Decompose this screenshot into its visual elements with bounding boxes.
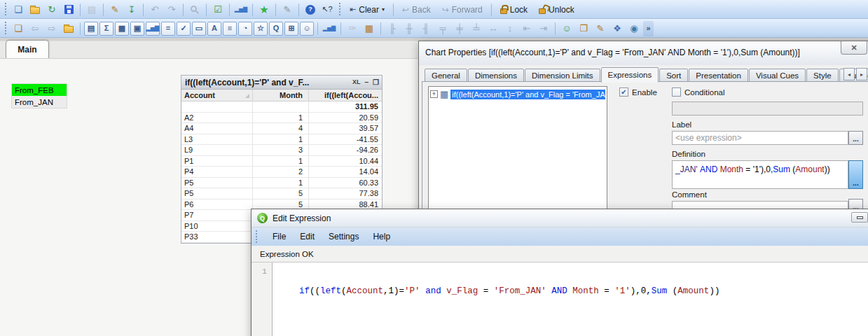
promote-sheet-button[interactable]: ⇦: [27, 21, 43, 36]
table-row[interactable]: P1 1 10.44: [181, 156, 382, 167]
add-bookmark-button[interactable]: ★: [256, 2, 272, 18]
create-slider-object-button[interactable]: ⊞: [284, 22, 298, 36]
close-button[interactable]: ✕: [841, 41, 867, 55]
menu-help[interactable]: Help: [366, 230, 397, 244]
tab-dimension-limits[interactable]: Dimension Limits: [525, 69, 600, 82]
tab-scroll-left-button[interactable]: ◂: [843, 68, 855, 80]
table-row[interactable]: L3 1 -41.55: [181, 134, 382, 146]
list-item[interactable]: From_FEB: [12, 84, 67, 96]
tab-visual-cues[interactable]: Visual Cues: [749, 69, 806, 82]
undo-button[interactable]: ↶: [147, 2, 163, 18]
design-grid-button[interactable]: ▦: [361, 21, 377, 36]
tab-style[interactable]: Style: [806, 69, 839, 82]
table-caption-bar[interactable]: if((left(Account,1)='P' and v_F... XL – …: [181, 76, 382, 90]
column-header-account[interactable]: Account: [181, 90, 253, 102]
definition-input[interactable]: _JAN' AND Month = '1'),0,Sum (Amount)): [672, 160, 848, 189]
send-to-excel-icon[interactable]: XL: [352, 79, 361, 85]
add-sheet-button[interactable]: ❏: [11, 21, 26, 36]
sheet-properties-button[interactable]: [61, 21, 76, 36]
create-listbox-button[interactable]: ▤: [84, 22, 98, 36]
menu-settings[interactable]: Settings: [322, 230, 366, 244]
sheet-tab-main[interactable]: Main: [6, 40, 49, 58]
chart-wizard-button[interactable]: ▂▅▇: [322, 21, 337, 36]
menu-file[interactable]: File: [266, 230, 293, 244]
expression-code-editor[interactable]: 1 if((left(Account,1)='P' and v_Flag = '…: [252, 262, 868, 336]
menu-edit[interactable]: Edit: [293, 230, 322, 244]
create-input-box-button[interactable]: ▣: [130, 22, 144, 36]
dialog-title-bar[interactable]: Q Edit Expression: [252, 209, 868, 227]
redo-button[interactable]: ↷: [164, 2, 179, 18]
tab-sort[interactable]: Sort: [659, 69, 688, 82]
context-help-button[interactable]: ↖?: [319, 2, 335, 18]
expression-list-item[interactable]: + ▦ if((left(Account,1)='P' and v_Flag =…: [429, 87, 607, 102]
align-top-button[interactable]: ╤: [435, 21, 450, 36]
table-row[interactable]: P4 2 14.04: [181, 167, 382, 178]
align-bottom-button[interactable]: ╧: [469, 21, 484, 36]
table-viewer-button[interactable]: ↧: [124, 2, 139, 18]
definition-ellipsis-button[interactable]: ...: [848, 160, 863, 189]
create-custom-object-button[interactable]: ☺: [300, 22, 314, 36]
create-gauge-button[interactable]: =: [161, 22, 175, 36]
enable-checkbox[interactable]: ✔ Enable: [619, 88, 657, 97]
back-button[interactable]: ↩ Back: [397, 2, 436, 18]
table-row[interactable]: A2 1 20.59: [181, 113, 382, 124]
minimize-icon[interactable]: –: [364, 79, 368, 86]
minimize-button[interactable]: [851, 212, 868, 223]
linked-objects-button[interactable]: ❖: [609, 21, 625, 36]
toolbar-overflow-button[interactable]: »: [643, 21, 654, 36]
help-button[interactable]: ?: [303, 2, 318, 18]
tab-scroll-right-button[interactable]: ▸: [856, 68, 867, 80]
create-search-object-button[interactable]: Q: [269, 22, 283, 36]
lock-selections-button[interactable]: Lock: [495, 2, 532, 18]
create-container-button[interactable]: ▭: [192, 22, 206, 36]
list-item[interactable]: From_JAN: [12, 96, 67, 108]
maximize-icon[interactable]: ❐: [373, 79, 379, 86]
expression-list[interactable]: + ▦ if((left(Account,1)='P' and v_Flag =…: [428, 86, 607, 226]
create-current-selections-box-button[interactable]: ≡: [223, 22, 237, 36]
tab-expressions[interactable]: Expressions: [601, 67, 659, 83]
create-multi-box-button[interactable]: ✓: [177, 22, 191, 36]
paste-object-button[interactable]: ❐: [576, 21, 591, 36]
table-row[interactable]: P5 5 77.38: [181, 188, 382, 200]
demote-sheet-button[interactable]: ⇨: [44, 21, 60, 36]
align-center-vertical-button[interactable]: ╪: [452, 21, 467, 36]
format-painter-button[interactable]: ✑: [345, 21, 360, 36]
create-bookmark-object-button[interactable]: ☆: [254, 22, 268, 36]
snap-top-button[interactable]: ⇥: [536, 21, 551, 36]
clear-button[interactable]: ⇤ Clear ▾: [345, 2, 390, 18]
snap-left-button[interactable]: ⇤: [519, 21, 535, 36]
space-vertically-button[interactable]: ↕: [502, 21, 518, 36]
reload-document-button[interactable]: ↻: [44, 2, 60, 18]
tab-presentation[interactable]: Presentation: [689, 69, 748, 82]
webview-mode-button[interactable]: ☺: [559, 21, 574, 36]
align-left-button[interactable]: ╟: [385, 21, 400, 36]
label-ellipsis-button[interactable]: ...: [848, 131, 863, 145]
print-button[interactable]: ▤: [84, 2, 99, 18]
unlock-selections-button[interactable]: Unlock: [534, 2, 579, 18]
quick-chart-wizard-button[interactable]: ▂▅▇: [233, 2, 249, 18]
search-button[interactable]: [187, 2, 202, 18]
create-text-object-button[interactable]: A: [207, 22, 221, 36]
column-header-month[interactable]: Month: [253, 90, 309, 102]
forward-button[interactable]: ↪ Forward: [437, 2, 488, 18]
export-document-button[interactable]: ◉: [626, 21, 642, 36]
label-input[interactable]: <use expression>: [672, 131, 848, 145]
tab-general[interactable]: General: [425, 69, 467, 82]
tab-dimensions[interactable]: Dimensions: [468, 69, 524, 82]
save-document-button[interactable]: [61, 2, 76, 18]
new-document-button[interactable]: ❏: [11, 2, 26, 18]
dialog-title-bar[interactable]: Chart Properties [if((left(Account,1)='P…: [419, 41, 868, 65]
create-statistics-box-button[interactable]: Σ: [99, 22, 113, 36]
align-center-horizontal-button[interactable]: ╫: [401, 21, 417, 36]
align-right-button[interactable]: ╢: [418, 21, 434, 36]
table-row[interactable]: L9 3 -94.26: [181, 145, 382, 156]
space-horizontally-button[interactable]: ↔: [485, 21, 501, 36]
edit-module-button[interactable]: ✎: [593, 21, 608, 36]
conditional-checkbox[interactable]: Conditional: [672, 88, 725, 97]
current-selections-button[interactable]: ☑: [210, 2, 226, 18]
create-chart-button[interactable]: ▂▅▇: [146, 22, 160, 36]
table-row[interactable]: P5 1 60.33: [181, 178, 382, 189]
notes-button[interactable]: ✎: [280, 2, 295, 18]
table-row[interactable]: A4 4 39.57: [181, 123, 382, 134]
open-document-button[interactable]: [27, 2, 43, 18]
